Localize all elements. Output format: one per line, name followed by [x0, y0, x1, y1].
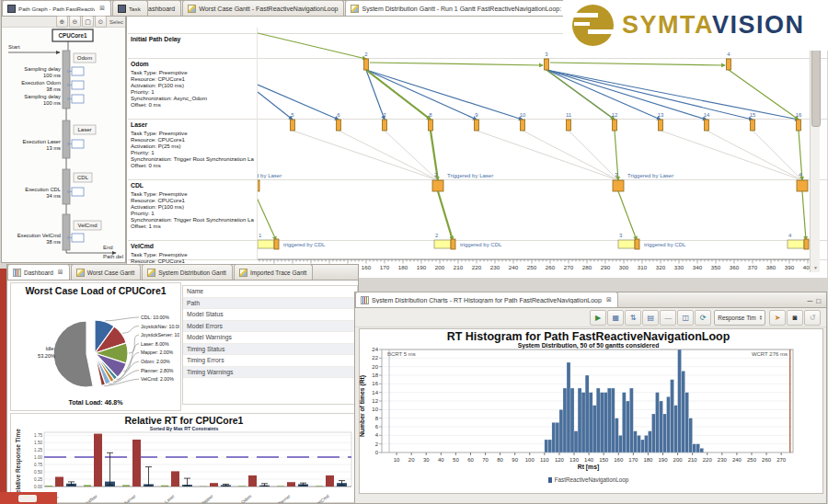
tab-dash-worst-case-gantt[interactable]: Worst Case Gantt	[71, 264, 142, 280]
sort-icon[interactable]: ⇅	[625, 310, 641, 326]
event-box[interactable]	[72, 140, 84, 148]
tab-gantt-system-distribution-gantt-run-[interactable]: System Distribution Gantt - Run 1 Gantt …	[345, 0, 580, 16]
histogram-xtick-label: 140	[584, 457, 594, 463]
pie-label-mapper: Mapper: 2.00%	[141, 349, 174, 355]
pie-slice-idle	[53, 321, 93, 387]
gantt-edge-green	[550, 63, 725, 65]
gantt-icon	[147, 269, 155, 277]
histogram-bar	[585, 375, 589, 452]
histogram-xtick-label: 270	[776, 457, 787, 463]
table-icon[interactable]: ◫	[677, 310, 694, 326]
spinner-icon[interactable]: ▴▾	[760, 315, 762, 321]
minimize-icon[interactable]: ─	[807, 297, 812, 305]
dashboard-tab-bar: Dashboard⊠Worst Case GanttSystem Distrib…	[7, 265, 358, 281]
select-mode-label[interactable]: Selec	[109, 19, 123, 25]
list-icon[interactable]: ▤	[642, 310, 659, 326]
gantt-activation-marker[interactable]	[545, 59, 549, 70]
bar-category-label: Laser	[164, 494, 176, 503]
table-row[interactable]: Name	[183, 286, 357, 298]
histogram-bar	[545, 440, 548, 452]
gantt-activation-marker[interactable]	[797, 120, 801, 131]
task-node-laser[interactable]	[63, 120, 70, 158]
close-icon[interactable]: ⊠	[606, 296, 612, 304]
gantt-activation-marker[interactable]	[364, 59, 369, 70]
gantt-activation-marker[interactable]	[475, 120, 479, 131]
gantt-cdl-execution[interactable]	[613, 180, 624, 191]
gantt-velcmd-execution[interactable]	[788, 240, 804, 248]
gantt-chart: 23456789101112131415161Triggered by Lase…	[258, 27, 810, 272]
gantt-activation-marker[interactable]	[705, 120, 709, 131]
tab-dash-dashboard[interactable]: Dashboard⊠	[7, 264, 70, 280]
gantt-edge-gray	[569, 131, 618, 180]
event-box[interactable]	[72, 81, 84, 89]
logo-mark-slit	[588, 29, 616, 34]
gantt-velcmd-execution[interactable]	[258, 240, 274, 248]
table-row[interactable]: Model Warnings	[183, 332, 357, 344]
gantt-velcmd-end-marker[interactable]	[274, 239, 279, 249]
gantt-cdl-execution[interactable]	[258, 180, 259, 191]
gantt-velcmd-end-marker[interactable]	[804, 239, 809, 249]
table-row[interactable]: Timing Errors	[183, 355, 357, 367]
tab-dash-system-distribution-gantt[interactable]: System Distribution Gantt	[142, 264, 233, 280]
tab-distribution-label: System Distribution Charts - RT Histogra…	[372, 297, 602, 304]
histogram-bar	[567, 362, 570, 452]
event-box[interactable]	[72, 188, 84, 196]
task-node-cdl[interactable]	[63, 169, 70, 204]
gantt-edge-gray	[339, 131, 438, 180]
refresh-icon[interactable]: ⟳	[695, 310, 711, 326]
histogram-bar	[671, 380, 674, 452]
tab-path-graph[interactable]: Path Graph - Path FastReactiveNav ⊠	[2, 0, 111, 16]
gantt-activation-marker[interactable]	[337, 120, 341, 131]
task-node-velcmd[interactable]	[63, 214, 70, 250]
table-row[interactable]: Model Errors	[183, 321, 357, 333]
minus-icon[interactable]: —	[660, 310, 676, 326]
event-box[interactable]	[72, 67, 84, 75]
gantt-activation-marker[interactable]	[727, 59, 731, 70]
histogram-bar	[696, 444, 700, 452]
grid-icon[interactable]: ▦	[607, 310, 624, 326]
gantt-activation-marker[interactable]	[659, 120, 663, 131]
gantt-activation-marker[interactable]	[383, 120, 387, 131]
gantt-cdl-execution[interactable]	[432, 180, 443, 191]
gantt-activation-marker[interactable]	[291, 120, 295, 131]
event-box[interactable]	[72, 234, 84, 242]
gantt-activation-marker[interactable]	[567, 120, 571, 131]
gantt-row-details: Task Type: Preemptive Resource: CPUCore1…	[131, 130, 259, 169]
distribution-chart-icon	[361, 296, 369, 304]
tab-dash-imported-trace-gantt[interactable]: Imported Trace Gantt	[234, 264, 313, 280]
gantt-vscroll-thumb[interactable]	[811, 38, 821, 127]
tab-task-graph[interactable]: Task Grap	[112, 0, 148, 16]
close-icon[interactable]: ⊠	[99, 5, 105, 12]
response-time-select[interactable]: Response Tim▴▾	[714, 310, 765, 326]
chart-nav-icon[interactable]: ▶	[590, 310, 606, 326]
maximize-icon[interactable]: □	[816, 297, 821, 305]
camera-icon[interactable]: ◙	[787, 310, 803, 326]
bar-max-joystickserver	[132, 440, 141, 487]
gantt-velcmd-execution[interactable]	[434, 240, 451, 248]
tab-distribution-charts[interactable]: System Distribution Charts - RT Histogra…	[355, 292, 618, 307]
gantt-activation-marker[interactable]	[751, 120, 755, 131]
gantt-velcmd-end-marker[interactable]	[635, 239, 639, 249]
gantt-cdl-execution[interactable]	[797, 180, 808, 191]
table-row[interactable]: Model Status	[183, 309, 357, 321]
gantt-vscrollbar[interactable]: ▲ ▼	[810, 27, 820, 272]
table-row[interactable]: Path	[183, 298, 357, 310]
triggered-by-cdl-label: triggered by CDL	[644, 242, 686, 247]
pie-label-laser: Laser: 8.00%	[141, 341, 169, 347]
event-box[interactable]	[72, 95, 84, 103]
gantt-activation-marker[interactable]	[521, 120, 525, 131]
gantt-activation-marker[interactable]	[613, 120, 617, 131]
export-icon[interactable]: ➤	[769, 310, 786, 326]
histogram-xtick-label: 10	[394, 457, 400, 463]
tab-gantt-worst-case-gantt-fastreactiven[interactable]: Worst Case Gantt - FastReactiveNavigatio…	[182, 0, 344, 16]
close-icon[interactable]: ⊠	[58, 269, 63, 276]
gantt-axis-tick-label: 260	[546, 264, 556, 270]
table-row[interactable]: Timing Status	[183, 344, 357, 356]
gantt-velcmd-end-marker[interactable]	[451, 239, 455, 249]
gantt-velcmd-execution[interactable]	[618, 240, 635, 248]
scroll-down-icon[interactable]: ▼	[811, 263, 821, 272]
gantt-activation-marker[interactable]	[429, 120, 433, 131]
gantt-axis-tick-label: 170	[380, 264, 390, 270]
table-row[interactable]: Timing Warnings	[183, 367, 357, 379]
back-icon[interactable]: ↺	[804, 310, 821, 326]
